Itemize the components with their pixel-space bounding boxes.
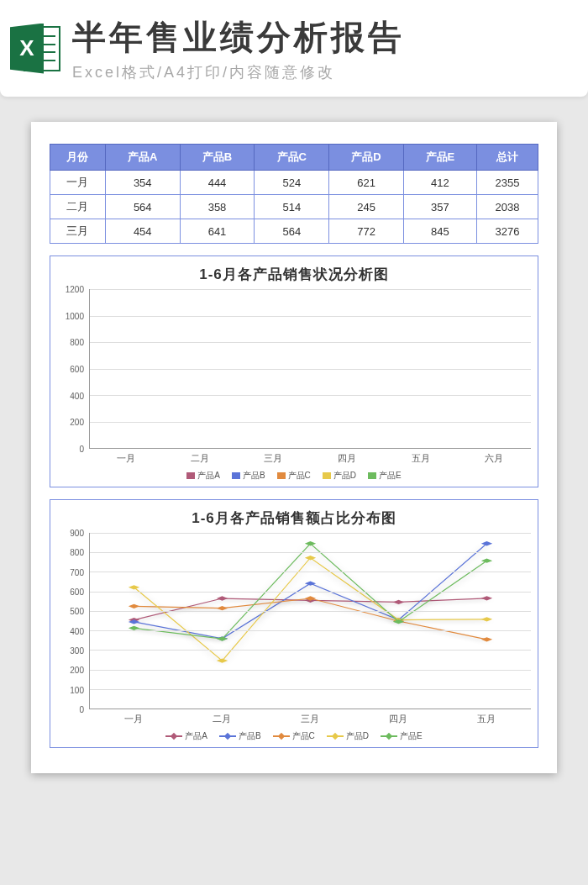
table-header: 产品A (105, 145, 180, 171)
y-tick-label: 600 (70, 587, 84, 596)
legend-swatch (219, 735, 236, 737)
x-tick-label: 六月 (457, 449, 531, 465)
x-tick-label: 二月 (177, 709, 265, 725)
legend-label: 产品C (288, 470, 311, 482)
line-series (134, 598, 487, 640)
y-tick-label: 1000 (66, 311, 84, 320)
legend-item: 产品C (273, 730, 315, 742)
table-cell: 3276 (476, 219, 538, 244)
x-tick-label: 一月 (89, 709, 177, 725)
table-cell: 357 (403, 195, 476, 219)
y-tick-label: 1200 (66, 285, 84, 294)
legend-item: 产品A (165, 730, 207, 742)
table-cell: 412 (403, 171, 476, 195)
line-point (217, 606, 228, 610)
legend-swatch (327, 735, 344, 737)
table-header: 总计 (476, 145, 538, 171)
legend-item: 产品D (323, 470, 356, 482)
legend-label: 产品B (239, 730, 261, 742)
y-tick-label: 800 (70, 548, 84, 557)
line-point (481, 596, 492, 600)
table-header: 产品B (180, 145, 255, 171)
legend-label: 产品C (292, 730, 315, 742)
table-row: 一月3544445246214122355 (50, 171, 538, 195)
legend-item: 产品E (381, 730, 423, 742)
x-tick-label: 三月 (236, 449, 310, 465)
data-table: 月份产品A产品B产品C产品D产品E总计 一月354444524621412235… (50, 144, 538, 244)
table-cell: 564 (255, 219, 329, 244)
table-header: 产品E (403, 145, 476, 171)
y-tick-label: 400 (70, 626, 84, 635)
line-series (134, 558, 487, 661)
table-cell: 621 (329, 171, 404, 195)
legend-label: 产品D (346, 730, 369, 742)
line-point (393, 600, 404, 604)
legend-swatch (323, 472, 331, 479)
line-point (481, 559, 492, 563)
line-chart-title: 1-6月各产品销售额占比分布图 (57, 508, 531, 528)
y-tick-label: 200 (70, 418, 84, 427)
x-tick-label: 四月 (310, 449, 384, 465)
table-cell: 514 (255, 195, 329, 219)
legend-swatch (273, 735, 290, 737)
x-tick-label: 二月 (163, 449, 237, 465)
legend-label: 产品D (333, 470, 356, 482)
table-cell: 772 (329, 219, 404, 244)
x-tick-label: 三月 (265, 709, 354, 725)
legend-swatch (165, 735, 182, 737)
line-point (481, 617, 492, 621)
y-tick-label: 0 (79, 705, 84, 714)
table-cell: 三月 (50, 219, 106, 244)
legend-label: 产品E (379, 470, 402, 482)
excel-icon: X (10, 24, 60, 74)
table-cell: 524 (255, 171, 329, 195)
title-banner: X 半年售业绩分析报告 Excel格式/A4打印/内容随意修改 (0, 0, 588, 97)
legend-swatch (232, 472, 240, 479)
line-point (305, 541, 316, 545)
x-tick-label: 五月 (384, 449, 458, 465)
table-cell: 二月 (50, 195, 106, 219)
y-tick-label: 500 (70, 607, 84, 616)
line-point (217, 596, 228, 600)
legend-swatch (277, 472, 286, 479)
document-page: 月份产品A产品B产品C产品D产品E总计 一月354444524621412235… (31, 122, 557, 773)
legend-swatch (368, 472, 376, 479)
line-point (217, 658, 228, 662)
line-point (481, 637, 492, 641)
y-tick-label: 700 (70, 567, 84, 577)
y-tick-label: 900 (70, 529, 84, 538)
x-tick-label: 四月 (354, 709, 443, 725)
y-tick-label: 200 (70, 666, 84, 675)
table-row: 二月5643585142453572038 (50, 195, 538, 219)
line-point (217, 636, 228, 640)
x-tick-label: 五月 (443, 709, 531, 725)
legend-swatch (381, 735, 397, 737)
legend-label: 产品A (197, 470, 220, 482)
y-tick-label: 800 (70, 338, 84, 347)
legend-swatch (186, 472, 195, 479)
table-cell: 一月 (50, 171, 106, 195)
legend-item: 产品E (368, 470, 402, 482)
legend-item: 产品D (327, 730, 369, 742)
banner-title: 半年售业绩分析报告 (72, 14, 571, 61)
bar-chart-title: 1-6月各产品销售状况分析图 (57, 265, 531, 284)
table-cell: 2355 (476, 171, 538, 195)
legend-item: 产品B (232, 470, 265, 482)
table-cell: 358 (180, 195, 255, 219)
table-row: 三月4546415647728453276 (50, 219, 538, 244)
y-tick-label: 400 (70, 391, 84, 400)
x-tick-label: 一月 (89, 449, 163, 465)
y-tick-label: 300 (70, 645, 84, 655)
legend-item: 产品C (277, 470, 311, 482)
table-cell: 444 (180, 171, 255, 195)
table-cell: 245 (329, 195, 404, 219)
table-header: 月份 (50, 145, 106, 171)
table-cell: 454 (105, 219, 180, 244)
table-cell: 845 (403, 219, 476, 244)
table-cell: 354 (105, 171, 180, 195)
line-point (481, 541, 492, 545)
table-cell: 2038 (476, 195, 538, 219)
legend-label: 产品E (400, 730, 423, 742)
line-chart-box: 1-6月各产品销售额占比分布图 010020030040050060070080… (50, 499, 538, 748)
bar-chart-box: 1-6月各产品销售状况分析图 020040060080010001200 一月二… (50, 255, 538, 487)
